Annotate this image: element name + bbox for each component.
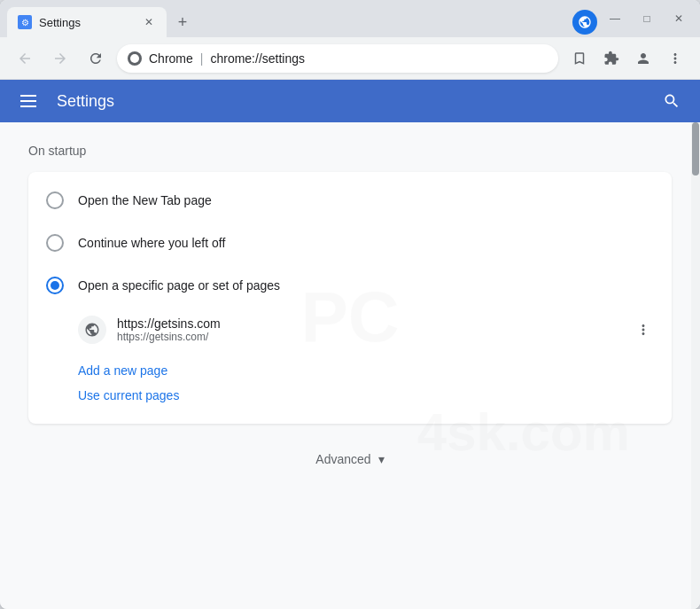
url-entry: https://getsins.com https://getsins.com/ — [28, 307, 672, 353]
address-separator: | — [200, 51, 204, 66]
open-new-tab-label: Open the New Tab page — [78, 193, 212, 207]
forward-button[interactable] — [46, 44, 74, 73]
advanced-section[interactable]: Advanced ▾ — [28, 438, 672, 480]
open-specific-radio[interactable] — [46, 277, 64, 294]
hamburger-line-3 — [20, 105, 36, 107]
new-tab-button[interactable]: + — [170, 10, 195, 35]
tab-close-button[interactable]: ✕ — [142, 15, 156, 29]
hamburger-line-1 — [20, 95, 36, 97]
svg-point-0 — [130, 54, 139, 63]
close-button[interactable]: ✕ — [665, 6, 693, 31]
url-menu-button[interactable] — [633, 319, 654, 340]
hamburger-menu[interactable] — [14, 87, 43, 115]
browser-window: ⚙ Settings ✕ + — □ ✕ Chrome | chrome:/ — [0, 0, 700, 609]
advanced-label: Advanced — [315, 452, 370, 466]
more-button[interactable] — [661, 44, 689, 73]
url-sub-text: https://getsins.com/ — [117, 331, 622, 343]
content-area: PC 4sk.com On startup Open the New Tab p… — [0, 122, 700, 609]
reload-button[interactable] — [82, 44, 110, 73]
tab-title: Settings — [39, 16, 135, 29]
radio-selected-dot — [51, 281, 59, 290]
extensions-button[interactable] — [597, 44, 626, 73]
add-new-page-link[interactable]: Add a new page — [28, 353, 672, 381]
tab-favicon: ⚙ — [18, 15, 32, 29]
title-bar: ⚙ Settings ✕ + — □ ✕ — [0, 0, 700, 37]
nav-bar: Chrome | chrome://settings — [0, 37, 700, 80]
settings-page-title: Settings — [57, 92, 114, 111]
profile-button[interactable] — [629, 44, 657, 73]
url-info: https://getsins.com https://getsins.com/ — [117, 316, 622, 343]
open-specific-label: Open a specific page or set of pages — [78, 278, 280, 293]
url-main-text: https://getsins.com — [117, 316, 622, 331]
startup-options-card: Open the New Tab page Continue where you… — [28, 172, 672, 424]
open-new-tab-option[interactable]: Open the New Tab page — [28, 179, 672, 222]
address-favicon — [128, 51, 142, 66]
nav-right-icons — [565, 44, 689, 73]
open-specific-option[interactable]: Open a specific page or set of pages — [28, 264, 672, 307]
settings-tab[interactable]: ⚙ Settings ✕ — [7, 7, 167, 37]
maximize-button[interactable]: □ — [633, 6, 661, 31]
settings-header: Settings — [0, 80, 700, 122]
main-content: PC 4sk.com On startup Open the New Tab p… — [0, 122, 700, 609]
section-title: On startup — [28, 144, 672, 158]
scrollbar-thumb[interactable] — [692, 122, 699, 176]
back-button[interactable] — [11, 44, 39, 73]
continue-where-label: Continue where you left off — [78, 236, 225, 250]
hamburger-line-2 — [20, 100, 36, 102]
continue-where-radio[interactable] — [46, 234, 64, 252]
bookmark-button[interactable] — [565, 44, 594, 73]
minimize-button[interactable]: — — [601, 6, 629, 31]
address-bar[interactable]: Chrome | chrome://settings — [117, 44, 558, 73]
open-new-tab-radio[interactable] — [46, 191, 64, 209]
url-globe-icon — [78, 316, 106, 344]
continue-where-option[interactable]: Continue where you left off — [28, 222, 672, 264]
use-current-pages-link[interactable]: Use current pages — [28, 381, 672, 417]
profile-area[interactable] — [572, 10, 597, 35]
address-url: chrome://settings — [210, 51, 305, 66]
site-name: Chrome — [149, 51, 193, 66]
advanced-arrow-icon: ▾ — [378, 452, 385, 466]
settings-search-button[interactable] — [657, 87, 686, 115]
scrollbar-track[interactable] — [691, 122, 700, 609]
